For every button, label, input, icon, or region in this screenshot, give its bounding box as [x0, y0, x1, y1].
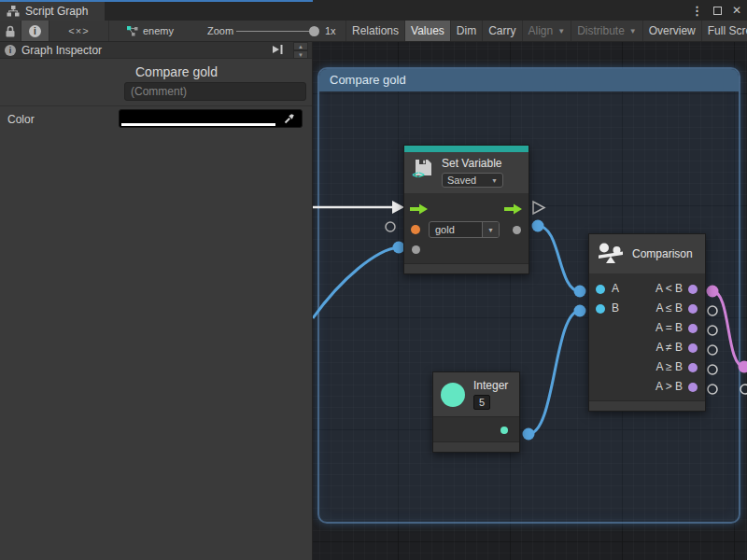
info-icon: i	[5, 45, 16, 56]
code-icon: <×>	[68, 25, 89, 36]
breadcrumb-label: enemy	[143, 25, 174, 36]
node-title: Comparison	[632, 247, 693, 260]
tab-strip: Script Graph ⋮ ✕	[0, 0, 747, 21]
flow-in-port[interactable]	[410, 203, 429, 215]
inspector-title: Graph Inspector	[21, 44, 102, 57]
output-port[interactable]	[688, 304, 698, 314]
node-footer	[404, 263, 529, 273]
graph-title: Compare gold	[135, 64, 218, 79]
comparison-body: A A < B B A ≤ B A = B A ≠ B	[589, 273, 705, 400]
inspector-header: i Graph Inspector ▲ ▼	[0, 42, 312, 59]
unconnected-port	[740, 385, 747, 394]
integer-node[interactable]: Integer 5	[432, 371, 520, 453]
toolbar-buttons: Relations Values Dim Carry Align▼ Distri…	[345, 21, 747, 41]
integer-body	[433, 416, 519, 441]
inspect-toggle-button[interactable]: i	[21, 21, 49, 41]
code-preview-button[interactable]: <×>	[49, 21, 109, 41]
value-output-port[interactable]	[513, 226, 521, 234]
close-icon[interactable]: ✕	[732, 4, 741, 17]
graph-canvas[interactable]: Compare gold	[313, 42, 747, 560]
distribute-dropdown[interactable]: Distribute▼	[571, 21, 643, 41]
output-port[interactable]	[688, 285, 698, 294]
zoom-value: 1x	[325, 21, 336, 41]
output-port[interactable]	[688, 383, 698, 392]
comparison-row: A > B	[589, 377, 705, 397]
save-variable-icon: <>	[412, 157, 434, 179]
spin-down-button[interactable]: ▼	[293, 50, 308, 59]
chevron-down-icon: ▼	[629, 27, 637, 35]
output-label: A < B	[655, 282, 683, 295]
dim-button[interactable]: Dim	[451, 21, 483, 41]
color-label: Color	[7, 113, 35, 126]
node-footer	[433, 441, 519, 452]
node-footer	[589, 400, 705, 411]
overview-button[interactable]: Overview	[643, 21, 702, 41]
lock-button[interactable]	[0, 21, 21, 41]
input-label: A	[612, 282, 619, 295]
tab-script-graph[interactable]: Script Graph	[0, 2, 105, 21]
zoom-label: Zoom	[207, 21, 233, 41]
breadcrumb[interactable]: enemy	[127, 21, 174, 41]
maximize-icon[interactable]	[713, 7, 722, 15]
flow-out-port[interactable]	[504, 203, 523, 215]
alpha-bar	[121, 123, 275, 126]
output-label: A ≠ B	[655, 341, 683, 354]
output-label: A > B	[655, 380, 683, 393]
integer-value-input[interactable]: 5	[473, 395, 490, 410]
output-port[interactable]	[688, 363, 698, 372]
unity-window: Script Graph ⋮ ✕ i <×>	[0, 0, 747, 560]
graph-inspector-panel: i Graph Inspector ▲ ▼ Compare gold Color	[0, 42, 313, 560]
comparison-row: A = B	[589, 318, 705, 338]
comparison-node[interactable]: Comparison A A < B B A ≤ B A = B	[588, 233, 706, 412]
zoom-slider-knob[interactable]	[309, 26, 319, 36]
node-accent-bar	[404, 146, 529, 152]
integer-literal-icon	[441, 383, 465, 407]
info-icon: i	[29, 25, 41, 37]
group-title: Compare gold	[330, 73, 406, 87]
integer-output-port[interactable]	[500, 427, 508, 434]
output-port[interactable]	[688, 343, 698, 353]
comparison-row: A A < B	[589, 279, 705, 299]
variable-scope-dropdown[interactable]: Saved ▼	[442, 173, 503, 188]
spin-up-button[interactable]: ▲	[293, 42, 308, 50]
comparison-scale-icon	[597, 243, 625, 265]
panel-spinner: ▲ ▼	[293, 42, 308, 59]
relations-button[interactable]: Relations	[346, 21, 405, 41]
graph-node-icon	[127, 26, 138, 36]
menu-kebab-icon[interactable]: ⋮	[691, 4, 703, 18]
group-header[interactable]: Compare gold	[319, 69, 739, 91]
output-label: A = B	[655, 321, 683, 334]
value-input-port[interactable]	[412, 245, 420, 254]
integer-header: Integer 5	[433, 372, 519, 416]
output-label: A ≥ B	[655, 360, 683, 373]
output-port[interactable]	[688, 324, 698, 333]
input-label: B	[612, 301, 619, 315]
graph-toolbar: i <×> enemy Zoom 1x Relations Values Dim…	[0, 21, 747, 42]
eyedropper-button[interactable]	[279, 111, 300, 126]
output-label: A ≤ B	[655, 301, 683, 315]
zoom-slider-track[interactable]	[236, 31, 315, 32]
comparison-row: A ≠ B	[589, 338, 705, 357]
node-title: Set Variable	[442, 157, 503, 170]
values-button[interactable]: Values	[405, 21, 451, 41]
chevron-down-icon: ▼	[557, 27, 565, 35]
svg-text:<>: <>	[413, 169, 425, 179]
dock-panel-icon[interactable]	[272, 44, 284, 55]
set-variable-node[interactable]: <> Set Variable Saved ▼	[403, 145, 529, 274]
align-dropdown[interactable]: Align▼	[523, 21, 572, 41]
lock-icon	[5, 25, 16, 37]
color-swatch[interactable]	[119, 109, 303, 128]
set-variable-header: <> Set Variable Saved ▼	[404, 152, 529, 193]
set-variable-body: gold ▼	[404, 193, 529, 263]
carry-button[interactable]: Carry	[483, 21, 522, 41]
full-screen-button[interactable]: Full Screen	[702, 21, 747, 41]
name-input-port[interactable]	[411, 225, 420, 234]
divider	[0, 105, 312, 106]
window-controls: ⋮ ✕	[691, 0, 741, 21]
input-port-b[interactable]	[596, 304, 605, 314]
variable-name-dropdown[interactable]: gold ▼	[429, 221, 500, 238]
tab-label: Script Graph	[25, 5, 88, 18]
comment-input[interactable]	[124, 82, 306, 101]
input-port-a[interactable]	[596, 285, 605, 294]
comparison-header: Comparison	[589, 234, 705, 273]
